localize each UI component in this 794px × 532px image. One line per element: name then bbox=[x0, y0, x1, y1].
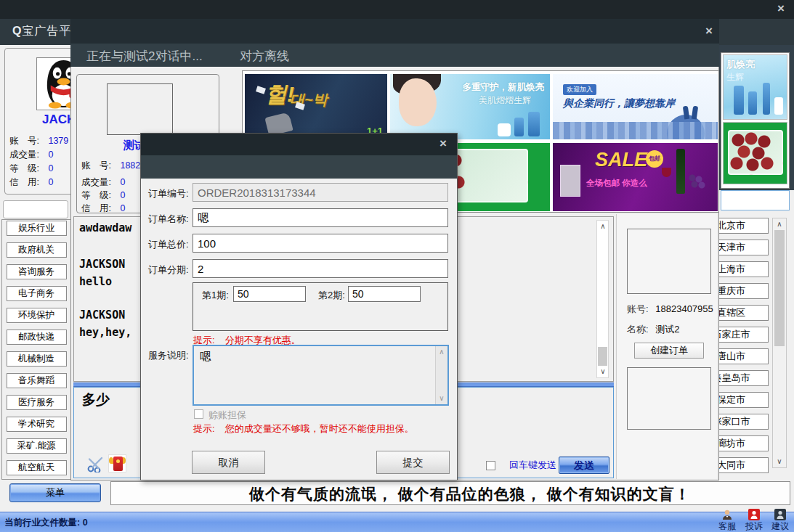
peer-offline-status: 对方离线 bbox=[240, 48, 289, 65]
industry-button-7[interactable]: 机械制造 bbox=[7, 351, 67, 367]
corporate-ad-banner[interactable]: 欢迎加入 與企業同行，讓夢想靠岸 bbox=[553, 74, 718, 139]
korean-ad-banner[interactable]: 헐! 대~박 1+1 bbox=[245, 74, 387, 139]
industry-button-9[interactable]: 医疗服务 bbox=[7, 395, 67, 410]
industry-button-10[interactable]: 学术研究 bbox=[7, 417, 67, 432]
send-button[interactable]: 发送 bbox=[559, 457, 609, 474]
order-name-label: 订单名称: bbox=[148, 213, 196, 226]
industry-button-3[interactable]: 咨询服务 bbox=[7, 264, 67, 279]
industry-button-4[interactable]: 电子商务 bbox=[7, 286, 67, 301]
chat-message-sender: JACKSON bbox=[79, 258, 125, 271]
right-white-box bbox=[721, 190, 790, 210]
sidebar-account-value: 18823407955 bbox=[655, 303, 713, 314]
marquee-bar: 做个有气质的流氓， 做个有品位的色狼， 做个有知识的文盲！ bbox=[110, 481, 790, 505]
service-desc-value: 嗯 bbox=[200, 350, 211, 364]
industry-button-12[interactable]: 航空航天 bbox=[7, 460, 67, 475]
scroll-down-icon[interactable]: ∨ bbox=[773, 457, 786, 467]
scissors-icon[interactable] bbox=[86, 455, 104, 472]
desc-scrollbar[interactable]: ∧ ∨ bbox=[435, 346, 447, 404]
tip-prefix: 提示: bbox=[193, 423, 215, 434]
main-close-icon[interactable]: × bbox=[777, 3, 785, 15]
order-installment-input[interactable] bbox=[193, 259, 448, 278]
service-desc-label: 服务说明: bbox=[148, 349, 196, 362]
tip-text: 分期不享有优惠。 bbox=[225, 335, 301, 345]
statusbar-item-service[interactable]: 客服 bbox=[713, 509, 742, 532]
chat-message: hey,hey, bbox=[79, 326, 131, 339]
cosmetic-ad-banner[interactable]: 多重守护，新肌焕亮 美肌熠熠生辉 bbox=[390, 74, 550, 139]
statusbar bbox=[0, 512, 794, 532]
order-number-input bbox=[193, 183, 448, 202]
scroll-up-icon[interactable]: ∧ bbox=[435, 347, 448, 357]
city-scrollbar[interactable]: ∧ ∨ bbox=[772, 218, 787, 468]
scroll-up-icon[interactable]: ∧ bbox=[773, 219, 786, 229]
sidebar-name-row: 名称: 测试2 bbox=[627, 323, 679, 336]
user-volume-label: 成交量: bbox=[9, 150, 39, 160]
order-sidebar-box-bottom bbox=[627, 367, 711, 430]
red-envelope-icon[interactable] bbox=[108, 454, 126, 472]
industry-button-2[interactable]: 政府机关 bbox=[7, 242, 67, 258]
dialog-close-icon[interactable]: × bbox=[439, 138, 447, 150]
cosmetic-ad-banner-small[interactable]: 肌焕亮 生辉 bbox=[723, 54, 787, 120]
industry-button-11[interactable]: 采矿.能源 bbox=[7, 438, 67, 454]
scroll-down-icon[interactable]: ∨ bbox=[435, 393, 448, 404]
guarantee-tip: 提示:您的成交量还不够哦，暂时还不能使用担保。 bbox=[193, 422, 414, 435]
message-scrollbar[interactable]: ∧ ∨ bbox=[596, 220, 609, 378]
installment1-input[interactable] bbox=[233, 286, 306, 302]
main-titlebar bbox=[0, 0, 794, 19]
peer-level-row: 等 级: 0 bbox=[81, 189, 125, 202]
credit-guarantee-checkbox[interactable] bbox=[194, 409, 203, 419]
sale-ad-subtitle: 全场包邮 你造么 bbox=[586, 178, 647, 189]
suggestion-label: 建议 bbox=[766, 520, 794, 532]
chat-close-icon[interactable]: × bbox=[705, 25, 713, 37]
enter-send-checkbox[interactable] bbox=[486, 461, 495, 470]
chat-titlebar bbox=[70, 19, 719, 44]
dialog-header bbox=[141, 155, 457, 179]
scroll-down-icon[interactable]: ∨ bbox=[596, 367, 609, 377]
sale-ad-banner[interactable]: SALE 包邮 全场包邮 你造么 bbox=[553, 143, 718, 211]
sale-ad-wineglass bbox=[662, 168, 671, 177]
user-account-row: 账 号: 1379 bbox=[9, 135, 68, 147]
industry-button-6[interactable]: 邮政快递 bbox=[7, 330, 67, 345]
statusbar-item-suggestion[interactable]: 建议 bbox=[766, 509, 794, 532]
order-number-label: 订单编号: bbox=[148, 187, 196, 200]
user-account-value: 1379 bbox=[48, 136, 68, 146]
credit-guarantee-label: 赊账担保 bbox=[208, 409, 246, 422]
city-scroll-thumb[interactable] bbox=[774, 230, 785, 346]
sidebar-account-row: 账号: 18823407955 bbox=[627, 303, 713, 316]
create-order-dialog: × 订单编号: 订单名称: 订单总价: 订单分期: 第1期: 第2期: 提示:分… bbox=[140, 133, 458, 480]
service-desc-textarea[interactable]: 嗯 ∧ ∨ bbox=[193, 345, 449, 406]
industry-button-5[interactable]: 环境保护 bbox=[7, 308, 67, 323]
chat-title: 正在与测试2对话中... bbox=[86, 48, 203, 65]
installment2-label: 第2期: bbox=[318, 289, 345, 302]
scroll-up-icon[interactable]: ∧ bbox=[596, 221, 609, 232]
industry-button-1[interactable]: 娱乐行业 bbox=[7, 221, 67, 236]
enter-send-label[interactable]: 回车键发送 bbox=[509, 459, 556, 472]
order-installment-label: 订单分期: bbox=[148, 263, 196, 277]
statusbar-item-complaint[interactable]: 投诉 bbox=[740, 509, 769, 532]
chat-message: hello bbox=[79, 275, 112, 288]
corporate-ad-chip: 欢迎加入 bbox=[563, 84, 596, 95]
menu-button[interactable]: 菜单 bbox=[9, 483, 101, 502]
message-scroll-thumb[interactable] bbox=[598, 347, 607, 366]
create-order-button[interactable]: 创建订单 bbox=[634, 343, 704, 359]
peer-credit-value: 0 bbox=[120, 203, 125, 213]
peer-account-label: 账 号: bbox=[81, 160, 111, 171]
peer-credit-row: 信 用: 0 bbox=[81, 202, 125, 215]
cosmetic-ad-model-face bbox=[399, 78, 437, 126]
sale-ad-bottle bbox=[676, 149, 685, 194]
peer-credit-label: 信 用: bbox=[81, 203, 111, 213]
file-count-label: 当前行业文件数量: bbox=[4, 517, 80, 528]
industry-button-8[interactable]: 音乐舞蹈 bbox=[7, 373, 67, 388]
corporate-ad-skyline bbox=[553, 122, 718, 139]
jujube-ad-banner-small[interactable] bbox=[723, 122, 787, 184]
complaint-label: 投诉 bbox=[740, 520, 769, 532]
order-name-input[interactable] bbox=[193, 208, 448, 227]
order-price-input[interactable] bbox=[193, 234, 448, 253]
tip-text: 您的成交量还不够哦，暂时还不能使用担保。 bbox=[225, 423, 414, 434]
peer-volume-label: 成交量: bbox=[81, 177, 111, 187]
user-credit-label: 信 用: bbox=[9, 177, 39, 187]
chat-message-sender: JACKSON bbox=[79, 308, 125, 322]
installment2-input[interactable] bbox=[348, 286, 421, 302]
cancel-button[interactable]: 取消 bbox=[192, 451, 265, 474]
submit-button[interactable]: 提交 bbox=[376, 451, 450, 474]
industry-search-box[interactable] bbox=[3, 200, 68, 218]
